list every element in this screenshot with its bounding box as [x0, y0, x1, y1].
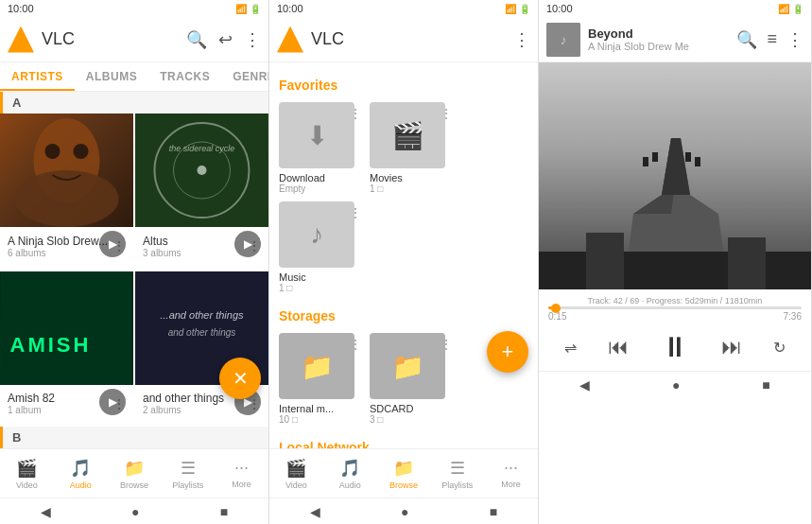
time-1: 10:00: [8, 3, 34, 14]
browse-item-download[interactable]: ⬇ ⋮ Download Empty: [279, 102, 362, 194]
movies-more[interactable]: ⋮: [440, 106, 453, 121]
video-icon-2: 🎬: [285, 458, 306, 479]
progress-times: 0:15 7:36: [548, 311, 802, 322]
nav-playlists-1[interactable]: ☰ Playlists: [161, 449, 215, 498]
artist-name-1: Altus: [143, 235, 181, 248]
storages-title: Storages: [279, 308, 528, 323]
fab-button-1[interactable]: ✕: [219, 358, 261, 399]
download-more[interactable]: ⋮: [349, 106, 362, 121]
tab-artists[interactable]: ARTISTS: [0, 62, 75, 91]
nav-video-2[interactable]: 🎬 Video: [269, 449, 323, 498]
artist-card-1[interactable]: the sidereal cycle ▶ Altus 3 albums ⋮: [135, 114, 268, 265]
back-btn-3[interactable]: ◀: [579, 377, 590, 393]
back-btn-2[interactable]: ◀: [310, 504, 320, 519]
localnet-title: Local Network: [279, 440, 528, 448]
next-button[interactable]: ⏭: [721, 335, 742, 359]
more-nav-icon-2: ···: [504, 458, 518, 478]
status-icons-2: 📶 🔋: [505, 4, 530, 14]
np-title: Beyond: [588, 26, 729, 41]
progress-dot: [551, 304, 561, 313]
bottom-nav-2: 🎬 Video 🎵 Audio 📁 Browse ☰ Playlists ···…: [269, 448, 538, 498]
sdcard-sub: 3 □: [370, 414, 383, 425]
artist-sub-2: 1 album: [8, 405, 55, 415]
more-icon[interactable]: ⋮: [244, 29, 261, 50]
nav-tabs-1: ARTISTS ALBUMS TRACKS GENRES: [0, 62, 268, 92]
repeat-button[interactable]: ↻: [773, 339, 786, 357]
nav-more-2[interactable]: ··· More: [484, 449, 538, 498]
music-sub: 1 □: [279, 283, 292, 293]
artist-name-3: and other things: [143, 392, 224, 405]
np-queue-icon[interactable]: ≡: [767, 29, 777, 50]
tab-genres[interactable]: GENRES: [221, 62, 269, 91]
sys-nav-1: ◀ ● ■: [0, 498, 268, 524]
download-label: Download: [279, 172, 325, 183]
np-artist: A Ninja Slob Drew Me: [588, 41, 729, 52]
nowplaying-panel: 10:00 📶 🔋 ♪ Beyond A Ninja Slob Drew Me …: [539, 0, 811, 524]
browse-content-wrapper: Favorites ⬇ ⋮ Download Empty 🎬 ⋮: [269, 62, 538, 448]
nav-more-1[interactable]: ··· More: [215, 449, 268, 498]
home-btn-3[interactable]: ●: [672, 377, 680, 393]
nav-audio-label-1: Audio: [70, 480, 92, 490]
nav-browse-1[interactable]: 📁 Browse: [108, 449, 162, 498]
tab-albums[interactable]: ALBUMS: [75, 62, 148, 91]
svg-rect-27: [695, 157, 700, 166]
prev-button[interactable]: ⏮: [608, 335, 629, 359]
pause-button[interactable]: ⏸: [661, 331, 689, 363]
movies-folder: 🎬: [370, 102, 445, 168]
search-icon[interactable]: 🔍: [186, 29, 207, 50]
sdcard-label: SDCARD: [370, 403, 413, 414]
browse-item-music[interactable]: ♪ ⋮ Music 1 □: [279, 201, 362, 293]
sys-nav-3: ◀ ● ■: [539, 371, 811, 397]
history-icon[interactable]: ↩: [218, 29, 233, 50]
sdcard-more[interactable]: ⋮: [440, 337, 453, 352]
np-search-icon[interactable]: 🔍: [736, 29, 757, 50]
play-btn-0[interactable]: ▶: [99, 231, 126, 257]
svg-rect-30: [728, 237, 766, 289]
home-btn-2[interactable]: ●: [401, 504, 408, 519]
status-icons-1: 📶 🔋: [235, 4, 261, 14]
play-btn-2[interactable]: ▶: [99, 389, 126, 415]
nav-browse-2[interactable]: 📁 Browse: [377, 449, 431, 498]
browse-item-internal[interactable]: 📁 ⋮ Internal m... 10 □: [279, 333, 362, 425]
progress-bar-bg[interactable]: [548, 306, 802, 309]
nav-audio-2[interactable]: 🎵 Audio: [323, 449, 377, 498]
recents-btn-1[interactable]: ■: [220, 504, 228, 519]
play-btn-1[interactable]: ▶: [234, 231, 261, 257]
home-btn-1[interactable]: ●: [131, 504, 139, 519]
artist-card-0[interactable]: ▶ A Ninja Slob Drew... 6 albums ⋮: [0, 114, 133, 265]
browse-item-movies[interactable]: 🎬 ⋮ Movies 1 □: [370, 102, 453, 194]
audio-icon-1: 🎵: [70, 458, 91, 479]
recents-btn-2[interactable]: ■: [490, 504, 497, 519]
nav-more-label-2: More: [501, 480, 521, 489]
back-btn-1[interactable]: ◀: [41, 504, 51, 519]
nav-playlists-2[interactable]: ☰ Playlists: [430, 449, 484, 498]
battery-icon-3: 🔋: [792, 4, 803, 14]
tab-tracks[interactable]: TRACKS: [148, 62, 221, 91]
track-info-text: Track: 42 / 69 · Progress: 5d29min / 118…: [548, 295, 802, 306]
more-icon-2[interactable]: ⋮: [513, 29, 530, 50]
music-more[interactable]: ⋮: [349, 205, 362, 220]
internal-sub: 10 □: [279, 414, 298, 425]
now-playing-bar: ♪ Beyond A Ninja Slob Drew Me 🔍 ≡ ⋮: [539, 17, 811, 62]
more-nav-icon-1: ···: [234, 458, 249, 478]
np-more-icon[interactable]: ⋮: [786, 29, 803, 50]
time-total: 7:36: [784, 311, 802, 322]
recents-btn-3[interactable]: ■: [762, 377, 769, 393]
artist-thumb-2: AMISH: [0, 271, 133, 385]
shuffle-button[interactable]: ⇌: [564, 339, 577, 357]
svg-rect-24: [643, 157, 648, 166]
progress-area: Track: 42 / 69 · Progress: 5d29min / 118…: [539, 289, 811, 323]
artist-card-2[interactable]: AMISH ▶ Amish 82 1 album ⋮: [0, 271, 133, 423]
fab-button-2[interactable]: +: [487, 331, 528, 373]
internal-more[interactable]: ⋮: [349, 337, 362, 352]
favorites-title: Favorites: [279, 78, 528, 93]
nav-video-1[interactable]: 🎬 Video: [0, 449, 54, 498]
artist-card-3[interactable]: ...and other things and other things ▶ a…: [135, 271, 268, 423]
browse-item-sdcard[interactable]: 📁 ⋮ SDCARD 3 □: [370, 333, 453, 425]
video-icon-1: 🎬: [16, 458, 37, 479]
svg-rect-9: [1, 271, 133, 385]
nav-audio-1[interactable]: 🎵 Audio: [54, 449, 108, 498]
app-bar-1: VLC 🔍 ↩ ⋮: [0, 17, 268, 62]
nav-playlists-label-2: Playlists: [441, 480, 473, 490]
download-icon: ⬇: [306, 120, 328, 151]
